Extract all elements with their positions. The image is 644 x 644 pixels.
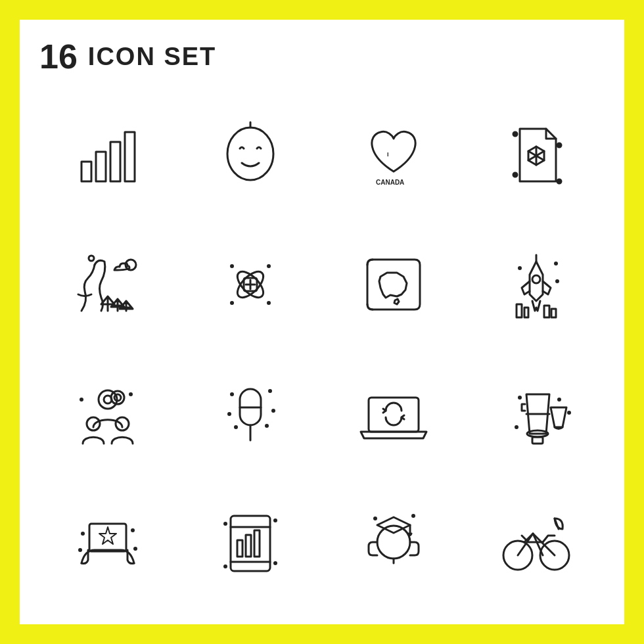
svg-point-38 <box>87 417 100 430</box>
svg-rect-3 <box>125 132 135 181</box>
svg-point-57 <box>567 411 571 415</box>
header: 16 ICON SET <box>39 39 605 74</box>
headset-graduation-icon <box>325 482 462 605</box>
svg-point-74 <box>273 561 277 565</box>
svg-point-58 <box>515 425 518 429</box>
svg-point-78 <box>373 517 377 520</box>
svg-point-56 <box>557 398 561 402</box>
svg-point-12 <box>557 143 561 147</box>
svg-point-40 <box>80 398 83 402</box>
svg-rect-68 <box>237 540 242 557</box>
laptop-sync-icon <box>325 352 462 475</box>
bar-chart-icon <box>39 93 176 216</box>
main-container: 16 ICON SET <box>20 20 624 624</box>
svg-rect-70 <box>254 530 260 557</box>
svg-point-47 <box>271 409 275 413</box>
svg-rect-33 <box>551 309 556 317</box>
svg-point-29 <box>555 279 559 283</box>
love-canada-icon: I CANADA <box>325 93 462 216</box>
star-award-icon <box>39 482 176 605</box>
svg-rect-1 <box>96 152 106 181</box>
team-settings-icon <box>39 352 176 475</box>
svg-point-13 <box>513 173 517 177</box>
svg-point-49 <box>234 425 238 429</box>
svg-rect-54 <box>532 437 543 444</box>
svg-line-82 <box>522 536 526 540</box>
svg-point-23 <box>267 264 271 268</box>
bandage-icon <box>183 223 319 346</box>
svg-point-75 <box>377 526 410 559</box>
header-number: 16 <box>39 39 78 74</box>
svg-point-64 <box>133 547 137 551</box>
mask-icon <box>183 93 319 216</box>
icons-grid: I CANADA <box>39 93 605 605</box>
blender-drink-icon <box>469 352 605 475</box>
svg-point-24 <box>230 301 234 305</box>
svg-point-73 <box>223 564 227 568</box>
svg-point-71 <box>223 522 227 526</box>
3d-document-icon <box>469 93 605 216</box>
svg-point-16 <box>89 256 94 261</box>
svg-text:CANADA: CANADA <box>376 179 404 186</box>
svg-rect-30 <box>517 304 522 317</box>
svg-point-26 <box>532 275 540 283</box>
svg-point-79 <box>411 514 415 518</box>
data-dashboard-icon <box>183 482 319 605</box>
svg-point-11 <box>513 132 517 136</box>
svg-rect-31 <box>524 308 528 317</box>
svg-point-61 <box>81 532 85 536</box>
svg-point-27 <box>518 266 522 270</box>
waterfall-nature-icon <box>39 223 176 346</box>
svg-point-48 <box>227 412 231 416</box>
svg-point-50 <box>265 424 269 428</box>
svg-point-55 <box>518 396 522 400</box>
svg-point-39 <box>116 417 129 430</box>
svg-point-62 <box>131 528 135 532</box>
svg-point-72 <box>273 518 277 522</box>
svg-point-45 <box>230 392 234 396</box>
rocket-launch-icon <box>469 223 605 346</box>
svg-text:I: I <box>387 151 389 158</box>
svg-point-4 <box>227 127 273 180</box>
svg-point-22 <box>230 264 234 268</box>
svg-point-63 <box>78 548 82 552</box>
svg-point-46 <box>268 389 272 393</box>
svg-rect-2 <box>110 142 120 181</box>
svg-point-41 <box>129 392 133 396</box>
header-title: ICON SET <box>88 43 216 71</box>
svg-point-28 <box>554 262 558 265</box>
svg-point-14 <box>557 179 561 183</box>
ice-cream-icon <box>183 352 319 475</box>
svg-marker-60 <box>99 527 116 544</box>
svg-rect-32 <box>544 306 549 317</box>
svg-point-25 <box>267 301 271 305</box>
svg-rect-69 <box>246 535 251 557</box>
australia-map-icon <box>325 223 462 346</box>
eco-bike-icon <box>469 482 605 605</box>
svg-rect-0 <box>81 162 91 181</box>
